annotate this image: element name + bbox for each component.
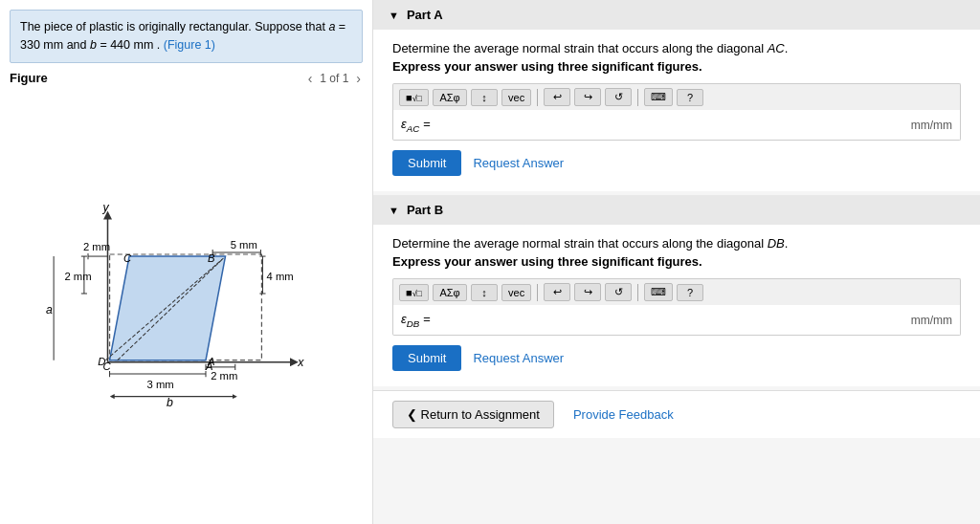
part-a-unit: mm/mm xyxy=(911,119,952,132)
part-a-answer-row: εAC = mm/mm xyxy=(392,110,961,141)
svg-marker-5 xyxy=(110,256,226,360)
toolbar-b-updown[interactable]: ↕ xyxy=(471,284,498,301)
part-b-toolbar: ■√□ ΑΣφ ↕ vec ↩ ↪ ↺ ⌨ ? xyxy=(392,278,961,305)
toolbar-a-matrix[interactable]: ■√□ xyxy=(399,89,429,106)
figure-section: Figure ‹ 1 of 1 › x y xyxy=(10,71,363,515)
part-b-answer-label: εDB = xyxy=(401,312,430,329)
part-a-answer-input[interactable] xyxy=(435,114,904,136)
figure-header: Figure ‹ 1 of 1 › xyxy=(10,71,363,86)
part-a-body: Determine the average normal strain that… xyxy=(373,30,980,191)
toolbar-b-refresh[interactable]: ↺ xyxy=(605,283,632,301)
part-b-label: Part B xyxy=(407,203,443,217)
toolbar-a-help[interactable]: ? xyxy=(677,89,703,106)
svg-text:A: A xyxy=(207,355,215,366)
svg-text:2 mm: 2 mm xyxy=(83,240,110,251)
svg-text:3 mm: 3 mm xyxy=(147,379,174,390)
figure-page: 1 of 1 xyxy=(320,72,348,85)
part-b-input-area: ■√□ ΑΣφ ↕ vec ↩ ↪ ↺ ⌨ ? εDB = mm/mm xyxy=(392,278,961,336)
part-b-collapse[interactable]: ▼ xyxy=(389,205,399,216)
toolbar-a-vec[interactable]: vec xyxy=(501,89,531,106)
part-b-answer-row: εDB = mm/mm xyxy=(392,305,961,336)
toolbar-b-vec[interactable]: vec xyxy=(501,284,531,301)
part-a-toolbar: ■√□ ΑΣφ ↕ vec ↩ ↪ ↺ ⌨ ? xyxy=(392,83,961,110)
svg-text:2 mm: 2 mm xyxy=(64,270,91,281)
part-a-request[interactable]: Request Answer xyxy=(473,156,564,170)
part-a-instruction: Express your answer using three signific… xyxy=(392,59,961,74)
part-a-submit[interactable]: Submit xyxy=(392,150,461,176)
svg-text:4 mm: 4 mm xyxy=(267,270,294,281)
right-panel: ▼ Part A Determine the average normal st… xyxy=(373,0,980,524)
toolbar-sep-2 xyxy=(637,89,638,106)
feedback-link[interactable]: Provide Feedback xyxy=(573,407,674,422)
toolbar-a-undo[interactable]: ↩ xyxy=(544,88,570,106)
part-b-unit: mm/mm xyxy=(911,314,952,327)
part-b-request[interactable]: Request Answer xyxy=(473,351,564,365)
toolbar-b-help[interactable]: ? xyxy=(677,284,703,301)
svg-text:2 mm: 2 mm xyxy=(211,370,237,382)
toolbar-b-redo[interactable]: ↪ xyxy=(574,283,601,301)
svg-text:x: x xyxy=(297,355,304,368)
figure-link[interactable]: (Figure 1) xyxy=(164,38,215,52)
part-a-header: ▼ Part A xyxy=(373,0,980,30)
next-figure-button[interactable]: › xyxy=(354,71,363,86)
svg-text:5 mm: 5 mm xyxy=(231,238,257,250)
prev-figure-button[interactable]: ‹ xyxy=(306,71,315,86)
part-a-collapse[interactable]: ▼ xyxy=(389,10,399,21)
toolbar-b-keyboard[interactable]: ⌨ xyxy=(644,283,673,301)
svg-text:B: B xyxy=(208,252,215,264)
toolbar-b-matrix[interactable]: ■√□ xyxy=(399,284,429,301)
part-b-question: Determine the average normal strain that… xyxy=(392,236,961,251)
svg-text:D: D xyxy=(98,355,105,366)
part-a-answer-label: εAC = xyxy=(401,117,430,134)
left-panel: The piece of plastic is originally recta… xyxy=(0,0,373,524)
figure-nav: ‹ 1 of 1 › xyxy=(306,71,363,86)
part-a-input-area: ■√□ ΑΣφ ↕ vec ↩ ↪ ↺ ⌨ ? εAC = mm/mm xyxy=(392,83,961,141)
part-b-instruction: Express your answer using three signific… xyxy=(392,254,961,269)
problem-statement: The piece of plastic is originally recta… xyxy=(10,10,363,63)
bottom-bar: ❮ Return to Assignment Provide Feedback xyxy=(373,390,980,438)
part-b-body: Determine the average normal strain that… xyxy=(373,225,980,386)
toolbar-a-updown[interactable]: ↕ xyxy=(471,89,498,106)
part-b-actions: Submit Request Answer xyxy=(392,345,961,371)
svg-text:y: y xyxy=(101,200,109,213)
part-a-actions: Submit Request Answer xyxy=(392,150,961,176)
toolbar-a-greek[interactable]: ΑΣφ xyxy=(433,89,467,106)
part-b-answer-input[interactable] xyxy=(435,309,904,331)
part-b-section: ▼ Part B Determine the average normal st… xyxy=(373,195,980,386)
toolbar-sep-1 xyxy=(537,89,538,106)
toolbar-b-sep-1 xyxy=(537,284,538,301)
toolbar-a-redo[interactable]: ↪ xyxy=(574,88,601,106)
part-b-submit[interactable]: Submit xyxy=(392,345,461,371)
svg-text:C: C xyxy=(123,252,132,264)
toolbar-b-sep-2 xyxy=(637,284,638,301)
part-a-question: Determine the average normal strain that… xyxy=(392,41,961,55)
part-a-label: Part A xyxy=(407,8,443,22)
part-b-header: ▼ Part B xyxy=(373,195,980,225)
return-button[interactable]: ❮ Return to Assignment xyxy=(392,401,554,428)
svg-text:a: a xyxy=(46,302,53,316)
figure-diagram: x y 5 mm 4 mm xyxy=(10,92,363,515)
toolbar-b-greek[interactable]: ΑΣφ xyxy=(433,284,467,301)
figure-title: Figure xyxy=(10,71,48,85)
toolbar-a-refresh[interactable]: ↺ xyxy=(605,88,632,106)
toolbar-a-keyboard[interactable]: ⌨ xyxy=(644,88,673,106)
toolbar-b-undo[interactable]: ↩ xyxy=(544,283,570,301)
svg-text:b: b xyxy=(167,395,173,408)
part-a-section: ▼ Part A Determine the average normal st… xyxy=(373,0,980,191)
